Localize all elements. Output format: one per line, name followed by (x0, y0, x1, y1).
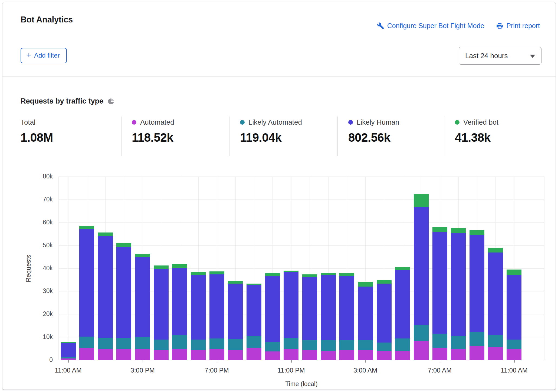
bar-segment-likely-human[interactable] (470, 235, 484, 332)
bar-segment-likely-automated[interactable] (247, 336, 261, 348)
bar-segment-likely-human[interactable] (488, 253, 503, 335)
add-filter-button[interactable]: + Add filter (21, 48, 67, 63)
bar-segment-automated[interactable] (358, 350, 373, 360)
bar-hour-4[interactable] (135, 177, 150, 360)
bar-hour-2[interactable] (98, 177, 113, 360)
bar-segment-likely-human[interactable] (302, 277, 317, 340)
bar-segment-likely-human[interactable] (339, 276, 354, 340)
bar-segment-likely-human[interactable] (507, 275, 521, 340)
bar-segment-likely-human[interactable] (247, 285, 261, 336)
bar-segment-likely-automated[interactable] (488, 335, 503, 347)
bar-segment-likely-automated[interactable] (116, 338, 131, 349)
bar-segment-automated[interactable] (470, 346, 484, 360)
bar-hour-22[interactable] (470, 177, 484, 360)
bar-segment-likely-automated[interactable] (358, 340, 373, 350)
bar-segment-likely-automated[interactable] (470, 332, 484, 346)
bar-hour-6[interactable] (172, 177, 187, 360)
bar-segment-verified-bot[interactable] (247, 284, 261, 285)
bar-segment-likely-automated[interactable] (414, 325, 429, 341)
bar-segment-automated[interactable] (209, 349, 224, 360)
bar-hour-5[interactable] (154, 177, 169, 360)
configure-super-bot-fight-mode-link[interactable]: Configure Super Bot Fight Mode (377, 22, 484, 30)
bar-segment-likely-automated[interactable] (154, 340, 169, 350)
bar-hour-24[interactable] (507, 177, 521, 360)
bar-segment-automated[interactable] (414, 341, 429, 360)
bar-segment-automated[interactable] (395, 351, 410, 360)
bar-segment-likely-human[interactable] (209, 274, 224, 338)
bar-segment-likely-human[interactable] (116, 247, 131, 338)
bar-segment-likely-human[interactable] (358, 287, 373, 340)
bar-hour-21[interactable] (451, 177, 466, 360)
bar-segment-verified-bot[interactable] (191, 272, 206, 275)
bar-segment-likely-automated[interactable] (228, 339, 243, 350)
bar-hour-15[interactable] (339, 177, 354, 360)
kpi-verified-bot[interactable]: Verified bot41.38k (455, 118, 498, 144)
bar-segment-likely-automated[interactable] (98, 338, 113, 349)
bar-segment-likely-human[interactable] (377, 284, 392, 343)
bar-segment-automated[interactable] (154, 350, 169, 360)
bar-segment-likely-human[interactable] (395, 270, 410, 338)
bar-segment-likely-automated[interactable] (209, 338, 224, 349)
bar-segment-likely-automated[interactable] (451, 336, 466, 349)
kpi-total[interactable]: Total1.08M (21, 118, 53, 144)
bar-segment-automated[interactable] (377, 351, 392, 360)
bar-segment-likely-automated[interactable] (79, 337, 94, 348)
bar-segment-automated[interactable] (284, 349, 298, 360)
bar-segment-likely-human[interactable] (451, 233, 466, 336)
bar-segment-likely-automated[interactable] (377, 343, 392, 351)
bar-segment-verified-bot[interactable] (414, 194, 429, 207)
bar-segment-verified-bot[interactable] (98, 232, 113, 236)
bar-hour-8[interactable] (209, 177, 224, 360)
bar-segment-verified-bot[interactable] (507, 270, 521, 275)
bar-segment-automated[interactable] (79, 348, 94, 360)
bar-segment-verified-bot[interactable] (209, 271, 224, 274)
bar-hour-16[interactable] (358, 177, 373, 360)
bar-segment-likely-human[interactable] (191, 275, 206, 340)
bar-segment-likely-human[interactable] (228, 284, 243, 339)
bar-segment-likely-human[interactable] (135, 257, 150, 337)
bar-segment-verified-bot[interactable] (302, 274, 317, 277)
bar-segment-likely-automated[interactable] (284, 338, 298, 349)
bar-hour-19[interactable] (414, 177, 429, 360)
bar-hour-17[interactable] (377, 177, 392, 360)
bar-hour-23[interactable] (488, 177, 503, 360)
kpi-likely-human[interactable]: Likely Human802.56k (348, 118, 399, 144)
bar-segment-likely-automated[interactable] (302, 340, 317, 350)
bar-segment-automated[interactable] (507, 349, 521, 360)
bar-segment-likely-automated[interactable] (321, 340, 336, 351)
bar-segment-automated[interactable] (247, 348, 261, 360)
bar-segment-verified-bot[interactable] (432, 227, 447, 232)
bar-segment-verified-bot[interactable] (395, 267, 410, 270)
bar-segment-likely-human[interactable] (321, 275, 336, 340)
bar-segment-likely-human[interactable] (172, 268, 187, 335)
bar-segment-verified-bot[interactable] (284, 271, 298, 272)
bar-hour-14[interactable] (321, 177, 336, 360)
bar-segment-likely-human[interactable] (61, 343, 76, 357)
bar-hour-20[interactable] (432, 177, 447, 360)
bar-segment-likely-human[interactable] (284, 272, 298, 338)
bar-segment-likely-automated[interactable] (61, 357, 76, 358)
bar-hour-7[interactable] (191, 177, 206, 360)
bar-segment-verified-bot[interactable] (228, 281, 243, 284)
bar-hour-13[interactable] (302, 177, 317, 360)
bar-hour-0[interactable] (61, 177, 76, 360)
bar-segment-automated[interactable] (191, 350, 206, 360)
bar-segment-verified-bot[interactable] (265, 273, 280, 275)
bar-segment-verified-bot[interactable] (488, 248, 503, 253)
bar-segment-likely-automated[interactable] (507, 340, 521, 349)
bar-segment-automated[interactable] (302, 350, 317, 360)
bar-segment-verified-bot[interactable] (116, 243, 131, 247)
bar-segment-automated[interactable] (228, 350, 243, 360)
bar-segment-likely-automated[interactable] (135, 337, 150, 349)
bar-segment-likely-automated[interactable] (432, 334, 447, 348)
bar-hour-10[interactable] (247, 177, 261, 360)
bar-segment-verified-bot[interactable] (135, 254, 150, 257)
bar-segment-verified-bot[interactable] (61, 342, 76, 343)
bar-segment-likely-automated[interactable] (395, 338, 410, 351)
bar-segment-likely-human[interactable] (414, 207, 429, 325)
bar-segment-likely-human[interactable] (265, 276, 280, 342)
bar-segment-automated[interactable] (321, 351, 336, 360)
print-report-link[interactable]: Print report (496, 22, 540, 30)
bar-hour-3[interactable] (116, 177, 131, 360)
bar-segment-verified-bot[interactable] (451, 228, 466, 233)
